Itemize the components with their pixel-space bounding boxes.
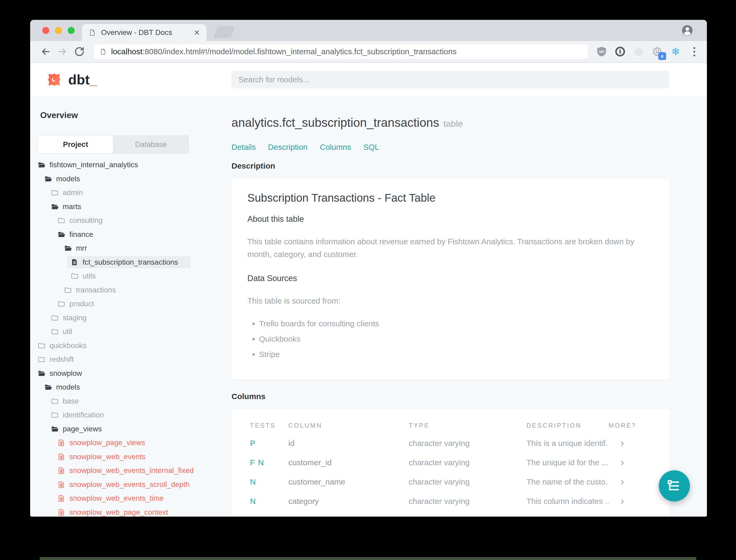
minimize-window-button[interactable]: [55, 27, 62, 34]
tree-item-page_views[interactable]: page_views: [34, 422, 232, 436]
table-row-category[interactable]: Ncategorycharacter varyingThis column in…: [250, 491, 651, 511]
tree-item-snowplow[interactable]: snowplow: [34, 367, 232, 381]
tree-item-admin[interactable]: admin: [34, 186, 232, 200]
sidebar-overview-heading[interactable]: Overview: [40, 110, 232, 120]
ublock-shield-icon[interactable]: uO: [596, 46, 607, 57]
tree-item-fishtown_internal_analytics[interactable]: fishtown_internal_analytics: [34, 158, 232, 172]
tree-item-label: snowplow_web_events_internal_fixed: [69, 466, 194, 475]
expand-row-chevron-icon[interactable]: ›: [608, 476, 651, 487]
tree-item-label: product: [69, 300, 94, 308]
back-icon[interactable]: [40, 46, 51, 57]
tree-item-snowplow_web_page_context[interactable]: snowplow_web_page_context: [34, 505, 232, 517]
browser-toolbar: localhost:8080/index.html#!/model/model.…: [30, 41, 707, 63]
tree-item-label: admin: [63, 188, 83, 197]
tree-item-marts[interactable]: marts: [34, 200, 232, 214]
dbt-logo[interactable]: dbt_: [45, 70, 97, 89]
tree-item-label: snowplow_web_events: [69, 453, 146, 461]
folder-icon: [38, 342, 46, 350]
expand-row-chevron-icon[interactable]: ›: [608, 495, 651, 507]
tree-item-utils[interactable]: utils: [34, 269, 232, 283]
tree-item-label: mrr: [76, 244, 87, 252]
tree-item-models[interactable]: models: [34, 172, 232, 186]
table-badge: table: [443, 119, 463, 129]
gray-circle-extension-icon[interactable]: [633, 46, 644, 57]
tree-item-redshift[interactable]: redshift: [34, 353, 232, 367]
tab-project[interactable]: Project: [38, 136, 113, 153]
tree-item-label: snowplow_web_events_scroll_depth: [69, 480, 190, 489]
close-window-button[interactable]: [42, 27, 49, 34]
tree-item-snowplow_web_events_internal_fixed[interactable]: snowplow_web_events_internal_fixed: [34, 464, 232, 478]
tree-item-label: finance: [69, 230, 93, 239]
description-cell: This column indicates ...: [526, 516, 608, 517]
folder-icon: [57, 216, 65, 224]
table-row-customer_name[interactable]: Ncustomer_namecharacter varyingThe name …: [250, 472, 651, 491]
nav-link-details[interactable]: Details: [232, 143, 256, 152]
tree-item-mrr[interactable]: mrr: [34, 241, 232, 255]
power-extension-icon[interactable]: x: [651, 46, 663, 57]
tree-item-fct_subscription_transactions[interactable]: fct_subscription_transactions: [34, 255, 232, 269]
table-row-date_month[interactable]: Ndate_monthdateThis column indicates ...…: [250, 511, 651, 517]
content-area: Overview Project Database fishtown_inter…: [30, 97, 707, 517]
reload-icon[interactable]: [74, 46, 85, 57]
nav-link-sql[interactable]: SQL: [363, 143, 379, 152]
tree-item-transactions[interactable]: transactions: [34, 283, 232, 297]
browser-tab[interactable]: Overview - DBT Docs ✕: [82, 24, 206, 41]
browser-menu-icon[interactable]: [688, 47, 700, 56]
tree-item-snowplow_web_events[interactable]: snowplow_web_events: [34, 450, 232, 464]
extension-x-badge: x: [658, 52, 666, 60]
forward-icon[interactable]: [57, 46, 68, 57]
tree-item-label: marts: [63, 202, 81, 211]
expand-row-chevron-icon[interactable]: ›: [608, 437, 651, 449]
folder-icon: [51, 189, 59, 197]
page-favicon-icon: [88, 29, 96, 37]
tree-item-snowplow_page_views[interactable]: snowplow_page_views: [34, 436, 232, 450]
tree-item-finance[interactable]: finance: [34, 228, 232, 242]
tree-item-product[interactable]: product: [34, 297, 232, 311]
search-input[interactable]: [232, 71, 669, 88]
expand-row-chevron-icon[interactable]: ›: [608, 457, 651, 468]
snowflake-extension-icon[interactable]: ❄: [670, 46, 681, 57]
column-header-description: DESCRIPTION: [526, 422, 608, 429]
page-title: analytics.fct_subscription_transactionst…: [232, 116, 669, 130]
address-bar[interactable]: localhost:8080/index.html#!/model/model.…: [94, 44, 588, 59]
tree-item-models[interactable]: models: [34, 380, 232, 394]
dbt-logo-text: dbt_: [68, 72, 97, 88]
tree-item-util[interactable]: util: [34, 325, 232, 339]
new-tab-button[interactable]: [214, 26, 235, 38]
folder-open-icon: [44, 383, 52, 391]
tree-item-label: page_views: [63, 425, 102, 433]
tree-item-label: consulting: [69, 216, 103, 225]
tree-item-snowplow_web_events_time[interactable]: snowplow_web_events_time: [34, 491, 232, 505]
desktop-wallpaper-strip: [40, 557, 696, 560]
columns-card: TESTSCOLUMNTYPEDESCRIPTIONMORE? Pidchara…: [232, 409, 669, 517]
nav-link-columns[interactable]: Columns: [320, 143, 351, 152]
table-row-customer_id[interactable]: FNcustomer_idcharacter varyingThe unique…: [250, 453, 651, 472]
tree-item-label: identification: [63, 411, 104, 419]
expand-row-chevron-icon[interactable]: ›: [608, 515, 651, 517]
nav-link-description[interactable]: Description: [268, 143, 308, 152]
tree-item-quickbooks[interactable]: quickbooks: [34, 339, 232, 353]
tree-item-consulting[interactable]: consulting: [34, 214, 232, 228]
browser-profile-avatar-icon[interactable]: [681, 24, 694, 37]
tree-item-staging[interactable]: staging: [34, 311, 232, 325]
tree-item-identification[interactable]: identification: [34, 408, 232, 422]
browser-tab-strip: Overview - DBT Docs ✕: [30, 20, 707, 41]
zoom-window-button[interactable]: [68, 27, 75, 34]
tab-database[interactable]: Database: [113, 136, 189, 153]
tree-item-label: redshift: [49, 355, 74, 364]
lineage-graph-button[interactable]: [659, 470, 690, 502]
tree-item-base[interactable]: base: [34, 394, 232, 408]
description-cell: The unique id for the ...: [526, 458, 608, 467]
folder-icon: [64, 286, 72, 294]
table-row-id[interactable]: Pidcharacter varyingThis is a unique ide…: [250, 433, 651, 453]
onepassword-icon[interactable]: [614, 46, 626, 57]
url-page-icon: [100, 48, 107, 55]
type-cell: character varying: [409, 497, 526, 506]
sidebar: Overview Project Database fishtown_inter…: [30, 97, 232, 517]
tab-close-icon[interactable]: ✕: [194, 28, 200, 37]
tree-item-snowplow_web_events_scroll_depth[interactable]: snowplow_web_events_scroll_depth: [34, 478, 232, 492]
model-file-red-icon: [57, 481, 65, 489]
folder-icon: [38, 355, 46, 363]
screenshot-canvas: Overview - DBT Docs ✕ localhost:8080/ind…: [0, 0, 736, 560]
folder-open-icon: [38, 161, 46, 169]
